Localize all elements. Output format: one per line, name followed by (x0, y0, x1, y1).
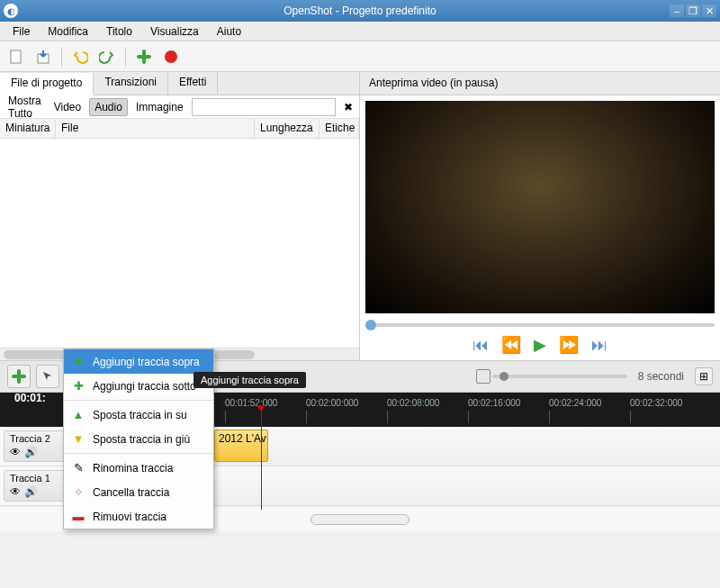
visibility-icon[interactable]: 👁 (10, 485, 21, 498)
menu-visualizza[interactable]: Visualizza (141, 23, 208, 40)
selection-tool-button[interactable] (36, 365, 59, 388)
undo-icon[interactable] (69, 46, 91, 68)
pencil-icon: ✎ (71, 461, 86, 475)
clear-search-icon[interactable]: ✖ (339, 99, 357, 115)
minus-icon: ▬ (71, 510, 86, 524)
ruler-tick: 00:02:24:000 (549, 398, 601, 408)
menu-separator (64, 400, 213, 401)
menu-move-track-up[interactable]: ▲ Sposta traccia in su (64, 403, 213, 427)
mute-icon[interactable]: 🔊 (24, 446, 38, 458)
skip-start-icon[interactable]: ⏮ (472, 336, 489, 355)
svg-point-2 (165, 50, 177, 63)
menu-add-track-above[interactable]: ✚ Aggiungi traccia sopra (64, 349, 213, 374)
main-toolbar (0, 41, 720, 72)
rewind-icon[interactable]: ⏪ (501, 335, 521, 355)
preview-panel: Anteprima video (in pausa) ⏮ ⏪ ▶ ⏩ ⏭ (360, 72, 720, 360)
menu-item-label: Rimuovi traccia (93, 511, 166, 523)
title-bar: ◐ OpenShot - Progetto predefinito – ❐ ✕ (0, 0, 720, 22)
filter-show-all[interactable]: Mostra Tutto (4, 93, 46, 122)
broom-icon: ✧ (71, 485, 86, 500)
tab-effects[interactable]: Effetti (168, 72, 218, 95)
play-icon[interactable]: ▶ (534, 335, 546, 355)
menu-aiuto[interactable]: Aiuto (208, 23, 250, 40)
menu-separator (64, 453, 213, 454)
ruler-tick: 00:02:08:000 (387, 398, 439, 408)
playhead-time: 00:01: (14, 392, 46, 404)
preview-title: Anteprima video (in pausa) (360, 72, 720, 95)
window-title: OpenShot - Progetto predefinito (284, 5, 436, 17)
menu-item-label: Cancella traccia (93, 486, 169, 499)
menu-item-label: Sposta traccia in su (93, 409, 187, 421)
column-headers: Miniatura File Lunghezza Etiche (0, 119, 359, 139)
toolbar-separator (125, 47, 126, 67)
minimize-button[interactable]: – (670, 5, 684, 17)
menu-titolo[interactable]: Titolo (97, 23, 141, 40)
ruler-tick: 00:02:00:000 (306, 398, 358, 408)
project-files-panel: File di progetto Transizioni Effetti Mos… (0, 72, 360, 360)
preview-frame (365, 101, 715, 313)
svg-rect-0 (11, 50, 21, 63)
menu-file[interactable]: File (4, 23, 39, 40)
ruler-tick: 00:01:52:000 (225, 398, 277, 408)
playback-controls: ⏮ ⏪ ▶ ⏩ ⏭ (360, 331, 720, 358)
mute-icon[interactable]: 🔊 (24, 485, 38, 498)
track-context-menu: ✚ Aggiungi traccia sopra ✚ Aggiungi trac… (63, 348, 214, 529)
add-icon[interactable] (133, 46, 155, 68)
col-file[interactable]: File (56, 119, 255, 138)
forward-icon[interactable]: ⏩ (559, 335, 579, 355)
filter-row: Mostra Tutto Video Audio Immagine ✖ (0, 95, 359, 119)
menu-clear-track[interactable]: ✧ Cancella traccia (64, 480, 213, 504)
playhead-indicator[interactable] (261, 411, 262, 510)
project-tabs: File di progetto Transizioni Effetti (0, 72, 359, 95)
maximize-button[interactable]: ❐ (686, 5, 700, 17)
zoom-label: 8 secondi (638, 370, 684, 383)
menu-item-label: Aggiungi traccia sotto (93, 380, 196, 393)
close-button[interactable]: ✕ (702, 5, 716, 17)
tooltip: Aggiungi traccia sopra (194, 372, 306, 388)
visibility-icon[interactable]: 👁 (10, 446, 21, 458)
redo-icon[interactable] (96, 46, 118, 68)
main-area: File di progetto Transizioni Effetti Mos… (0, 72, 720, 360)
plus-icon: ✚ (71, 355, 86, 369)
window-controls: – ❐ ✕ (670, 5, 716, 17)
ruler-tick: 00:02:32:000 (630, 398, 682, 408)
menu-move-track-down[interactable]: ▼ Sposta traccia in giù (64, 427, 213, 451)
menu-add-track-below[interactable]: ✚ Aggiungi traccia sotto (64, 374, 213, 398)
ruler-tick: 00:02:16:000 (468, 398, 520, 408)
timeline-scrollbar[interactable] (310, 514, 410, 525)
menu-item-label: Rinomina traccia (93, 462, 173, 475)
col-lunghezza[interactable]: Lunghezza (255, 119, 320, 138)
menu-remove-track[interactable]: ▬ Rimuovi traccia (64, 504, 213, 529)
zoom-fit-button[interactable]: ⊞ (695, 367, 713, 385)
menu-bar: File Modifica Titolo Visualizza Aiuto (0, 22, 720, 41)
menu-item-label: Sposta traccia in giù (93, 433, 190, 446)
tab-transitions[interactable]: Transizioni (94, 72, 168, 95)
filter-audio[interactable]: Audio (89, 98, 128, 116)
col-etichette[interactable]: Etiche (320, 119, 359, 138)
arrow-down-icon: ▼ (71, 432, 86, 447)
new-file-icon[interactable] (5, 46, 27, 68)
col-miniatura[interactable]: Miniatura (0, 119, 56, 138)
import-icon[interactable] (32, 46, 54, 68)
video-clip[interactable]: 2012 L'Av… (214, 430, 268, 462)
tab-project-files[interactable]: File di progetto (0, 73, 94, 95)
filter-image[interactable]: Immagine (131, 99, 188, 115)
menu-modifica[interactable]: Modifica (39, 23, 97, 40)
add-track-button[interactable] (7, 365, 31, 388)
preview-video-area[interactable] (365, 101, 715, 313)
preview-seek-slider[interactable] (365, 319, 715, 331)
menu-item-label: Aggiungi traccia sopra (93, 356, 200, 368)
arrow-up-icon: ▲ (71, 408, 86, 422)
skip-end-icon[interactable]: ⏭ (591, 336, 608, 355)
zoom-slider[interactable] (492, 375, 627, 378)
file-list-area[interactable] (0, 139, 359, 348)
filter-video[interactable]: Video (50, 99, 86, 115)
menu-rename-track[interactable]: ✎ Rinomina traccia (64, 456, 213, 480)
plus-icon: ✚ (71, 379, 86, 394)
record-icon[interactable] (160, 46, 182, 68)
filter-search-input[interactable] (192, 98, 336, 116)
toolbar-separator (61, 47, 62, 67)
app-logo-icon: ◐ (4, 4, 18, 18)
